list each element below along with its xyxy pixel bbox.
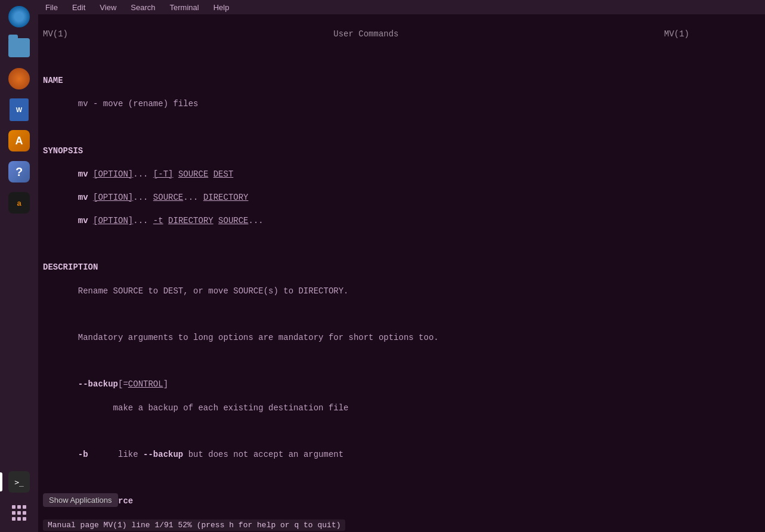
show-apps-icon	[8, 502, 30, 524]
writer-icon: W	[10, 98, 29, 121]
show-apps-tooltip: Show Applications	[43, 493, 118, 507]
blank-line-5	[38, 355, 765, 367]
synopsis-3: mv [OPTION]... -t DIRECTORY SOURCE...	[38, 215, 765, 227]
amazon-icon: a	[8, 192, 30, 214]
description-section: DESCRIPTION	[38, 262, 765, 274]
opt-b: -b like --backup but does not accept an …	[38, 449, 765, 461]
sidebar-item-appstore[interactable]: A	[5, 126, 33, 155]
name-content: mv - move (rename) files	[38, 98, 765, 110]
sidebar-bottom: >_	[5, 468, 33, 527]
sidebar-item-help[interactable]: ?	[5, 157, 33, 186]
opt-force: -f, --force	[38, 496, 765, 508]
blank-line-1	[38, 52, 765, 64]
man-header: MV(1) User Commands MV(1)	[38, 29, 765, 41]
menu-edit[interactable]: Edit	[70, 3, 88, 12]
statusbar-text: Manual page MV(1) line 1/91 52% (press h…	[43, 519, 345, 531]
files-icon	[8, 38, 30, 57]
terminal-icon: >_	[8, 471, 30, 493]
menu-terminal[interactable]: Terminal	[168, 3, 202, 12]
menu-view[interactable]: View	[97, 3, 119, 12]
sidebar-item-terminal[interactable]: >_	[5, 468, 33, 496]
statusbar: Manual page MV(1) line 1/91 52% (press h…	[38, 518, 765, 532]
sidebar-item-writer[interactable]: W	[5, 95, 33, 124]
help-icon: ?	[8, 161, 30, 183]
synopsis-1: mv [OPTION]... [-T] SOURCE DEST	[38, 169, 765, 181]
opt-backup: --backup[=CONTROL]	[38, 379, 765, 391]
synopsis-2: mv [OPTION]... SOURCE... DIRECTORY	[38, 192, 765, 204]
desc-1: Rename SOURCE to DEST, or move SOURCE(s)…	[38, 286, 765, 298]
opt-backup-desc: make a backup of each existing destinati…	[38, 403, 765, 415]
blank-line-3	[38, 239, 765, 250]
synopsis-section: SYNOPSIS	[38, 146, 765, 157]
menu-help[interactable]: Help	[211, 3, 232, 12]
desc-2: Mandatory arguments to long options are …	[38, 332, 765, 344]
blank-line-6	[38, 426, 765, 438]
appstore-icon: A	[8, 130, 30, 151]
blank-line-7	[38, 472, 765, 484]
sidebar-item-thunderbird[interactable]	[5, 2, 33, 31]
rhythmbox-icon	[8, 68, 30, 89]
name-section: NAME	[38, 75, 765, 87]
sidebar-item-amazon[interactable]: a	[5, 188, 33, 217]
menu-file[interactable]: File	[43, 3, 60, 12]
sidebar-item-rhythmbox[interactable]	[5, 64, 33, 93]
terminal-area: File Edit View Search Terminal Help MV(1…	[38, 0, 765, 532]
terminal-output: MV(1) User Commands MV(1) NAME mv - move…	[38, 14, 765, 518]
thunderbird-icon	[8, 6, 30, 27]
blank-line-2	[38, 122, 765, 134]
sidebar-item-show-apps[interactable]	[5, 499, 33, 527]
sidebar-item-files[interactable]	[5, 33, 33, 62]
menubar: File Edit View Search Terminal Help	[38, 0, 765, 14]
menu-search[interactable]: Search	[128, 3, 157, 12]
sidebar: W A ? a >_	[0, 0, 38, 532]
blank-line-4	[38, 309, 765, 321]
